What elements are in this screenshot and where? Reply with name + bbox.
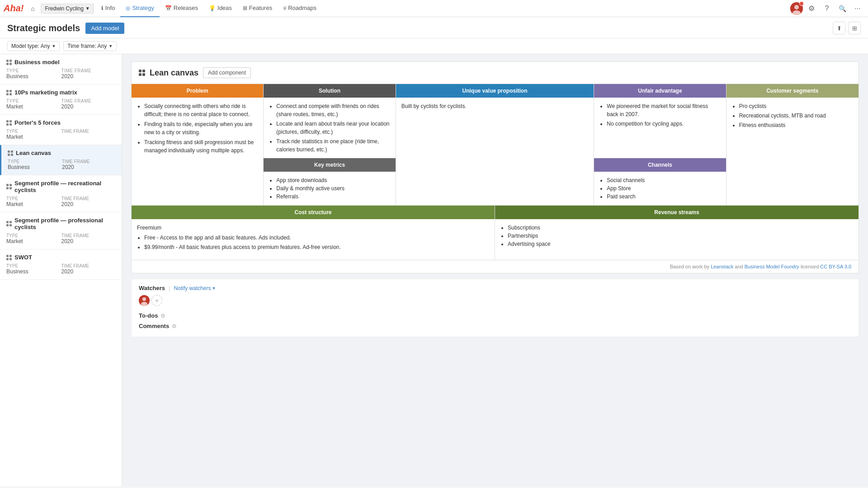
- sidebar-item-segment-professional[interactable]: Segment profile — professional cyclists …: [0, 212, 122, 249]
- tab-releases[interactable]: 📅 Releases: [160, 0, 203, 17]
- sidebar-item-business-model[interactable]: Business model TYPEBusiness TIME FRAME20…: [0, 54, 122, 84]
- filters-bar: Model type: Any ▼ Time frame: Any ▼: [0, 38, 868, 54]
- license-link[interactable]: CC BY-SA 3.0: [820, 264, 851, 269]
- roadmaps-icon: ≡: [283, 5, 286, 11]
- porters-icon: [6, 120, 12, 126]
- solution-item-2: Locate and learn about trails near your …: [276, 120, 390, 136]
- search-icon[interactable]: 🔍: [835, 2, 849, 15]
- tab-roadmaps[interactable]: ≡ Roadmaps: [278, 0, 322, 17]
- tab-ideas[interactable]: 💡 Ideas: [203, 0, 237, 17]
- app-logo[interactable]: Aha!: [4, 3, 24, 14]
- sidebar-item-porters[interactable]: Porter's 5 forces TYPEMarket TIME FRAME: [0, 115, 122, 145]
- sidebar-item-10ps-marketing[interactable]: 10Ps marketing matrix TYPEMarket TIME FR…: [0, 84, 122, 115]
- add-component-button[interactable]: Add component: [203, 67, 251, 78]
- unfair-advantage-header: Unfair advantage: [594, 84, 726, 98]
- model-type-label: Model type: Any: [11, 43, 50, 49]
- key-metrics-item-2: Daily & monthly active users: [276, 184, 390, 192]
- channels-item-2: App Store: [607, 184, 720, 192]
- time-frame-label: Time frame: Any: [67, 43, 107, 49]
- revenue-item-3: Advertising space: [508, 240, 853, 248]
- lean-canvas-time-label: TIME FRAME: [62, 159, 115, 164]
- lean-canvas-type-label: TYPE: [8, 159, 61, 164]
- solution-item-3: Track ride statistics in one place (ride…: [276, 137, 390, 154]
- help-icon[interactable]: ?: [820, 2, 834, 15]
- todos-settings-icon[interactable]: ⚙: [160, 313, 165, 319]
- watcher-avatar-1: [139, 295, 150, 306]
- tab-info-label: Info: [105, 5, 115, 11]
- problem-item-3: Tracking fitness and skill progression m…: [144, 138, 258, 155]
- canvas-cell-unfair-advantage: Unfair advantage We pioneered the market…: [594, 84, 726, 205]
- add-model-button[interactable]: Add model: [85, 23, 124, 34]
- nav-right: ⚙ ? 🔍 ···: [790, 2, 864, 15]
- canvas-header: Lean canvas Add component: [131, 61, 859, 84]
- content-area: Lean canvas Add component Problem Social…: [122, 54, 868, 486]
- share-icon[interactable]: ⬆: [833, 22, 845, 34]
- business-model-time-label: TIME FRAME: [61, 68, 116, 73]
- add-watcher-button[interactable]: +: [151, 295, 162, 306]
- svg-point-4: [142, 297, 146, 301]
- todos-label: To-dos: [139, 312, 158, 319]
- watchers-section: Watchers | Notify watchers ▼ + To-dos ⚙ …: [131, 279, 859, 337]
- tab-info[interactable]: ℹ Info: [96, 0, 121, 17]
- customer-item-2: Recreational cyclists, MTB and road: [739, 112, 853, 120]
- key-metrics-item-3: Referrals: [276, 192, 390, 201]
- page-actions: ⬆ ⊞: [833, 22, 861, 34]
- features-icon: ⊞: [243, 5, 247, 11]
- leanstack-link[interactable]: Leanstack: [711, 264, 733, 269]
- watchers-divider: |: [169, 285, 170, 291]
- lean-canvas-time-value: 2020: [62, 164, 115, 170]
- lean-canvas-icon: [8, 150, 13, 156]
- business-model-time-value: 2020: [61, 73, 116, 80]
- workspace-selector[interactable]: Fredwin Cycling ▼: [41, 4, 94, 14]
- uvp-text: Built by cyclists for cyclists.: [401, 102, 589, 110]
- home-button[interactable]: ⌂: [26, 2, 39, 15]
- 10ps-icon: [6, 90, 12, 95]
- bmf-link[interactable]: Business Model Foundry: [745, 264, 799, 269]
- nav-tabs: ℹ Info ◎ Strategy 📅 Releases 💡 Ideas ⊞ F…: [96, 0, 322, 17]
- revenue-streams-header: Revenue streams: [495, 206, 859, 219]
- avatar-wrap: [790, 2, 803, 15]
- porters-type-value: Market: [6, 134, 61, 140]
- swot-icon: [6, 255, 12, 260]
- sidebar-item-segment-recreational[interactable]: Segment profile — recreational cyclists …: [0, 175, 122, 212]
- porters-type-label: TYPE: [6, 129, 61, 134]
- main-layout: Business model TYPEBusiness TIME FRAME20…: [0, 54, 868, 486]
- watchers-label: Watchers: [139, 285, 165, 291]
- channels-item-3: Paid search: [607, 192, 720, 201]
- model-type-filter[interactable]: Model type: Any ▼: [7, 41, 60, 51]
- settings-icon[interactable]: ⚙: [805, 2, 818, 15]
- tab-features[interactable]: ⊞ Features: [237, 0, 278, 17]
- expand-icon[interactable]: ⊞: [848, 22, 861, 34]
- comments-settings-icon[interactable]: ⚙: [172, 323, 177, 329]
- tab-releases-label: Releases: [174, 5, 198, 11]
- business-model-title: Business model: [14, 59, 60, 66]
- segment-pro-icon: [6, 221, 12, 226]
- info-icon: ℹ: [101, 5, 104, 11]
- page-title: Strategic models: [7, 23, 80, 33]
- more-icon[interactable]: ···: [851, 2, 864, 15]
- time-frame-chevron-icon: ▼: [108, 44, 113, 48]
- sidebar-item-lean-canvas[interactable]: Lean canvas TYPEBusiness TIME FRAME2020: [0, 145, 122, 175]
- business-model-type-value: Business: [6, 73, 61, 80]
- sidebar-item-swot[interactable]: SWOT TYPEBusiness TIME FRAME2020: [0, 249, 122, 280]
- strategy-icon: ◎: [126, 5, 130, 11]
- sidebar: Business model TYPEBusiness TIME FRAME20…: [0, 54, 122, 486]
- customer-item-1: Pro cyclists: [739, 102, 853, 110]
- svg-point-1: [794, 5, 799, 9]
- releases-icon: 📅: [165, 5, 172, 11]
- problem-header: Problem: [132, 84, 263, 98]
- freemium-label: Freemium: [137, 224, 489, 232]
- 10ps-title: 10Ps marketing matrix: [14, 89, 77, 96]
- 10ps-type-value: Market: [6, 103, 61, 110]
- tab-strategy[interactable]: ◎ Strategy: [120, 0, 159, 17]
- key-metrics-item-1: App store downloads: [276, 176, 390, 184]
- canvas-cell-uvp: Unique value proposition Built by cyclis…: [396, 84, 594, 205]
- canvas-cell-problem: Problem Socially connecting with others …: [132, 84, 264, 205]
- time-frame-filter[interactable]: Time frame: Any ▼: [63, 41, 117, 51]
- porters-time-label: TIME FRAME: [61, 129, 116, 134]
- comments-label: Comments: [139, 323, 169, 329]
- notify-watchers-link[interactable]: Notify watchers ▼: [174, 285, 216, 291]
- canvas-cell-cost-structure: Cost structure Freemium Free - Access to…: [132, 206, 495, 260]
- business-model-icon: [6, 60, 12, 65]
- segment-pro-title: Segment profile — professional cyclists: [14, 217, 115, 230]
